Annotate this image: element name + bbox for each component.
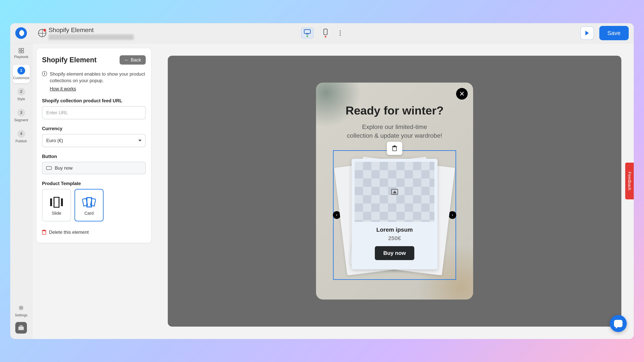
url-input[interactable] [42, 106, 146, 119]
viewport-toggle [301, 28, 343, 38]
svg-rect-19 [393, 147, 396, 151]
svg-rect-0 [304, 29, 310, 33]
button-icon [46, 166, 52, 170]
product-price: 250€ [388, 235, 401, 242]
svg-rect-18 [43, 230, 45, 230]
mobile-view-button[interactable] [319, 28, 332, 38]
product-name: Lorem ipsum [376, 226, 413, 233]
panel-title: Shopify Element [42, 56, 96, 64]
svg-rect-10 [50, 198, 52, 206]
template-label: Product Template [42, 181, 146, 186]
slide-icon [50, 195, 63, 210]
side-panel: Shopify Element ← Back i Shopify element… [32, 43, 156, 339]
nav-step-customize[interactable]: 1 Customize [13, 65, 30, 83]
svg-point-7 [20, 307, 22, 309]
template-slide[interactable]: Slide [42, 189, 71, 221]
chevron-down-icon [138, 140, 142, 142]
save-button[interactable]: Save [599, 26, 629, 40]
svg-rect-6 [22, 51, 24, 53]
popup-heading[interactable]: Ready for winter? [325, 104, 464, 117]
svg-rect-3 [19, 48, 21, 50]
chevron-left-icon: ‹ [336, 213, 337, 218]
canvas[interactable]: ✕ Ready for winter? Explore our limited-… [168, 56, 621, 327]
chat-button[interactable] [610, 315, 627, 332]
svg-rect-1 [306, 34, 308, 34]
svg-rect-4 [22, 48, 24, 50]
floating-delete-button[interactable] [387, 142, 402, 155]
app-frame: Shopify Element Save Playbook [10, 23, 634, 339]
carousel-next-button[interactable]: › [448, 211, 456, 219]
feedback-tab[interactable]: Feedback [625, 163, 634, 199]
play-icon [585, 31, 589, 35]
trash-icon [42, 230, 46, 235]
shopify-element-selected[interactable]: ‹ › Lorem ipsum [333, 150, 456, 280]
buy-now-button[interactable]: Buy now [375, 246, 414, 260]
desktop-view-button[interactable] [301, 28, 314, 38]
header-actions: Save [580, 26, 629, 40]
grid-icon [18, 48, 24, 53]
nav-step-publish[interactable]: 4 Publish [13, 128, 30, 146]
gear-icon [18, 305, 24, 311]
close-icon: ✕ [459, 90, 464, 98]
more-menu-button[interactable] [338, 30, 343, 36]
button-section-label: Button [42, 154, 146, 159]
trash-icon [392, 145, 397, 151]
popup-preview: ✕ Ready for winter? Explore our limited-… [316, 83, 473, 300]
currency-select[interactable]: Euro (€) [42, 134, 146, 147]
properties-panel: Shopify Element ← Back i Shopify element… [36, 48, 151, 243]
svg-rect-9 [20, 326, 22, 327]
svg-rect-8 [18, 327, 24, 330]
nav-settings[interactable]: Settings [15, 305, 28, 317]
svg-rect-11 [54, 197, 59, 207]
canvas-area: ✕ Ready for winter? Explore our limited-… [156, 43, 634, 339]
template-card[interactable]: Card [74, 189, 104, 221]
svg-rect-12 [61, 198, 63, 206]
delete-element-button[interactable]: Delete this element [42, 230, 146, 235]
breadcrumb [48, 34, 134, 40]
currency-label: Currency [42, 126, 146, 131]
top-bar: Shopify Element Save [10, 23, 634, 43]
svg-rect-5 [19, 51, 21, 53]
nav-rail: Playbook 1 Customize 2 Style 3 Segment 4… [10, 43, 32, 339]
nav-briefcase[interactable] [15, 322, 27, 334]
back-button[interactable]: ← Back [120, 55, 146, 65]
desktop-icon [304, 29, 311, 35]
image-icon [391, 189, 398, 195]
product-card-stack: Lorem ipsum 250€ Buy now [344, 156, 445, 274]
info-icon: i [42, 71, 47, 76]
chevron-right-icon: › [452, 213, 453, 218]
briefcase-icon [18, 325, 24, 331]
how-it-works-link[interactable]: How it works [50, 86, 146, 91]
popup-subheading[interactable]: Explore our limited-time collection & up… [325, 123, 464, 140]
body: Playbook 1 Customize 2 Style 3 Segment 4… [10, 43, 634, 339]
card-icon [82, 195, 96, 210]
svg-rect-21 [394, 145, 396, 146]
nav-playbook[interactable]: Playbook [13, 48, 30, 62]
preview-button[interactable] [580, 26, 594, 40]
app-logo-icon[interactable] [15, 27, 27, 39]
nav-step-segment[interactable]: 3 Segment [13, 107, 30, 125]
popup-close-button[interactable]: ✕ [456, 88, 468, 100]
svg-rect-16 [42, 231, 46, 234]
svg-rect-2 [324, 29, 327, 35]
product-image-placeholder [355, 162, 434, 222]
nav-step-style[interactable]: 2 Style [13, 86, 30, 104]
info-row: i Shopify element enables to show your p… [42, 71, 146, 84]
button-config[interactable]: Buy now [42, 162, 146, 174]
svg-rect-20 [392, 146, 397, 147]
arrow-left-icon: ← [124, 57, 129, 63]
chat-icon [614, 320, 622, 327]
mobile-icon [323, 29, 328, 35]
page-title: Shopify Element [48, 26, 134, 34]
product-card[interactable]: Lorem ipsum 250€ Buy now [352, 159, 438, 269]
url-label: Shopify collection product feed URL [42, 98, 146, 103]
globe-icon [38, 29, 46, 37]
